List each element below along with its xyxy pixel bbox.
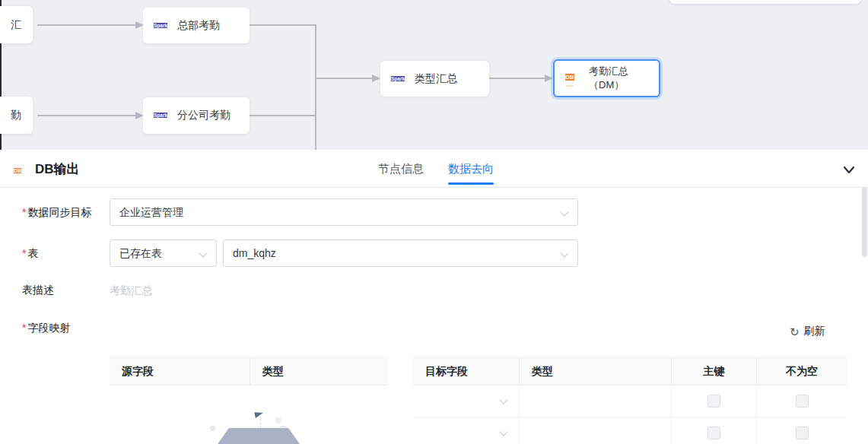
col-primary-key: 主键 — [672, 358, 757, 385]
dashed-line — [260, 418, 261, 429]
flow-node-partial-top[interactable]: 汇 — [0, 6, 33, 43]
col-target-field: 目标字段 — [413, 358, 520, 385]
refresh-button[interactable]: ↻ 刷新 — [790, 325, 825, 338]
panel-tabs: 节点信息 数据去向 — [378, 150, 494, 188]
not-null-cell — [757, 417, 847, 444]
tab-node-info[interactable]: 节点信息 — [378, 150, 424, 188]
primary-key-checkbox[interactable] — [707, 395, 720, 408]
node-label: 勤 — [11, 109, 21, 122]
type-cell — [520, 417, 672, 444]
empty-box-shape — [216, 428, 301, 444]
active-tab-underline — [448, 182, 494, 185]
col-not-null: 不为空 — [757, 358, 847, 385]
chevron-down-icon[interactable] — [840, 160, 858, 179]
connector-line — [37, 115, 135, 116]
connector-line — [315, 24, 316, 150]
not-null-checkbox[interactable] — [796, 427, 809, 439]
flow-node-attendance-summary-dm[interactable]: DB ← 考勤汇总 （DM） — [553, 59, 660, 97]
refresh-icon: ↻ — [790, 326, 800, 338]
connector-line — [316, 78, 372, 79]
canvas-toolbar — [669, 0, 861, 4]
source-fields-table: 源字段 类型 — [110, 357, 388, 385]
connector-line — [489, 78, 545, 79]
col-type: 类型 — [250, 358, 388, 385]
panel-title: DB输出 — [35, 160, 80, 178]
node-label: 类型汇总 — [415, 72, 457, 86]
paper-plane-icon — [254, 411, 263, 418]
chevron-down-icon — [499, 395, 507, 404]
empty-state-illustration — [110, 386, 388, 444]
primary-key-cell — [672, 417, 757, 444]
spark-icon: Spark ⇆ — [154, 107, 170, 124]
chevron-down-icon — [199, 249, 207, 257]
target-table-header: 目标字段 类型 主键 不为空 — [413, 357, 847, 385]
chevron-down-icon — [560, 249, 568, 257]
target-field-select[interactable] — [413, 385, 520, 417]
node-label: 考勤汇总 （DM） — [589, 65, 628, 91]
vertical-scrollbar-thumb[interactable] — [862, 187, 867, 257]
spark-icon: Spark ⇆ — [391, 71, 408, 87]
arrowhead-icon — [545, 75, 553, 82]
spark-icon: Spark ⇆ — [154, 17, 170, 34]
table-label: *表 — [22, 239, 38, 267]
table-row — [413, 417, 847, 444]
decor-dot — [275, 417, 281, 423]
col-type: 类型 — [520, 358, 672, 385]
target-field-select[interactable] — [413, 417, 520, 444]
flow-node-partial-bottom[interactable]: 勤 — [0, 97, 33, 134]
target-fields-table: 目标字段 类型 主键 不为空 — [413, 357, 847, 444]
primary-key-checkbox[interactable] — [707, 427, 720, 439]
type-cell — [520, 385, 672, 417]
col-source-field: 源字段 — [110, 358, 250, 385]
field-mapping-label: *字段映射 — [22, 314, 70, 341]
table-name-select[interactable]: dm_kqhz — [223, 239, 578, 267]
connector-line — [250, 24, 316, 26]
tab-data-destination[interactable]: 数据去向 — [448, 150, 494, 188]
table-desc-label: 表描述 — [22, 276, 54, 303]
primary-key-cell — [672, 385, 757, 417]
sync-target-label: *数据同步目标 — [22, 198, 91, 226]
arrowhead-icon — [372, 75, 380, 82]
node-label: 总部考勤 — [177, 19, 220, 33]
sync-target-select[interactable]: 企业运营管理 — [110, 198, 578, 226]
connector-line — [250, 115, 316, 116]
node-label: 汇 — [11, 18, 21, 32]
db-output-icon: DB ← — [565, 70, 582, 87]
chevron-down-icon — [560, 208, 568, 216]
connector-line — [37, 24, 135, 26]
flow-node-hq-attendance[interactable]: Spark ⇆ 总部考勤 — [143, 8, 250, 43]
chevron-down-icon — [499, 427, 507, 436]
source-table-header: 源字段 类型 — [110, 357, 388, 385]
table-mode-select[interactable]: 已存在表 — [110, 239, 217, 267]
not-null-checkbox[interactable] — [796, 395, 809, 408]
not-null-cell — [757, 385, 847, 417]
table-desc-value: 考勤汇总 — [110, 283, 152, 298]
table-row — [413, 385, 847, 417]
node-label: 分公司考勤 — [177, 109, 231, 122]
db-output-icon: DB ← — [14, 162, 28, 176]
flow-node-type-summary[interactable]: Spark ⇆ 类型汇总 — [380, 61, 489, 97]
flow-node-branch-attendance[interactable]: Spark ⇆ 分公司考勤 — [143, 97, 250, 134]
panel-title-wrap: DB ← DB输出 — [14, 150, 80, 188]
decor-dot — [210, 426, 215, 431]
flow-canvas[interactable]: 汇 勤 Spark ⇆ 总部考勤 Spark ⇆ 分公司考勤 Spark ⇆ 类… — [0, 0, 868, 150]
